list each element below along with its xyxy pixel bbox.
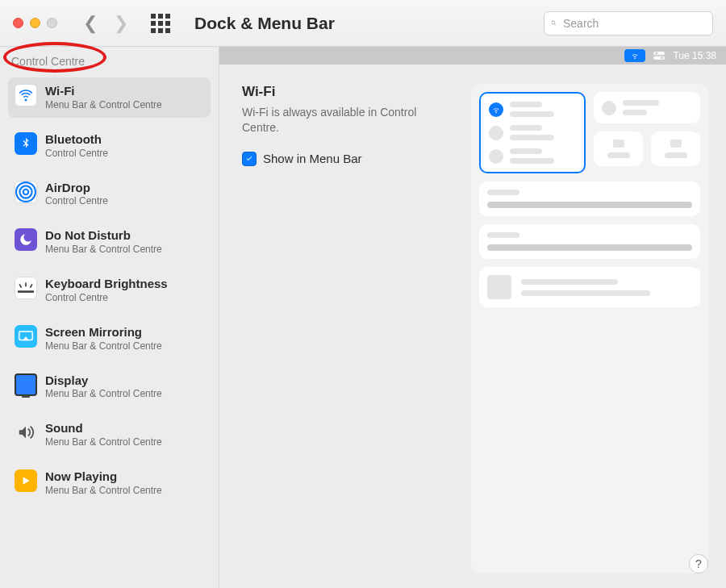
sidebar-item-sublabel: Control Centre: [45, 292, 168, 304]
sidebar-item-sublabel: Control Centre: [45, 148, 108, 160]
svg-point-13: [661, 56, 663, 59]
menubar-control-centre-icon: [653, 50, 665, 61]
preview-card-slider2: [479, 224, 700, 259]
sound-icon: [15, 421, 37, 444]
show-all-prefs-button[interactable]: [151, 14, 170, 33]
svg-rect-11: [653, 56, 665, 60]
detail-description: Wi-Fi is always available in Control Cen…: [242, 105, 452, 136]
sidebar-item-dnd[interactable]: Do Not Disturb Menu Bar & Control Centre: [8, 222, 211, 262]
svg-rect-6: [30, 284, 33, 288]
sidebar-section-title: Control Centre: [11, 55, 85, 68]
menubar-preview: Tue 15:38: [219, 47, 726, 65]
sidebar-item-wifi[interactable]: Wi-Fi Menu Bar & Control Centre: [8, 77, 211, 118]
detail-heading: Wi-Fi: [242, 84, 471, 100]
sidebar-item-sublabel: Control Centre: [45, 195, 108, 207]
window-title: Dock & Menu Bar: [194, 14, 335, 33]
close-window-button[interactable]: [13, 18, 23, 28]
wifi-icon: [15, 84, 37, 106]
svg-rect-10: [653, 52, 665, 55]
show-in-menubar-row[interactable]: Show in Menu Bar: [242, 152, 471, 166]
sidebar-item-label: AirDrop: [45, 181, 108, 196]
keyboard-brightness-icon: [15, 277, 37, 299]
sidebar-item-label: Sound: [45, 421, 162, 436]
airdrop-icon: [15, 181, 37, 203]
sidebar-item-sublabel: Menu Bar & Control Centre: [45, 436, 162, 448]
control-centre-preview: [471, 84, 708, 573]
detail-area: Wi-Fi Wi-Fi is always available in Contr…: [242, 84, 471, 573]
sidebar-item-sublabel: Menu Bar & Control Centre: [45, 244, 162, 256]
checkbox-label: Show in Menu Bar: [263, 152, 362, 165]
checkbox-icon[interactable]: [242, 152, 257, 166]
search-icon: [551, 17, 557, 29]
preview-card-media: [479, 267, 700, 307]
sidebar-item-sublabel: Menu Bar & Control Centre: [45, 99, 162, 111]
back-button[interactable]: ❮: [83, 15, 98, 32]
sidebar-item-screen-mirroring[interactable]: Screen Mirroring Menu Bar & Control Cent…: [8, 319, 211, 359]
sidebar-item-sound[interactable]: Sound Menu Bar & Control Centre: [8, 415, 211, 455]
sidebar: Control Centre Wi-Fi Menu Bar & Control …: [0, 47, 219, 588]
svg-point-1: [19, 186, 31, 198]
menubar-wifi-pill: [624, 49, 645, 62]
sidebar-item-label: Screen Mirroring: [45, 325, 162, 340]
search-field[interactable]: [544, 11, 713, 35]
preview-card-connectivity: [479, 92, 586, 173]
bluetooth-icon: [15, 132, 37, 155]
main-panel: Tue 15:38 Wi-Fi Wi-Fi is always availabl…: [219, 47, 726, 588]
zoom-window-button[interactable]: [47, 18, 57, 28]
menubar-clock: Tue 15:38: [673, 50, 716, 61]
sidebar-item-label: Wi-Fi: [45, 84, 162, 99]
sidebar-item-sublabel: Menu Bar & Control Centre: [45, 485, 162, 497]
svg-point-12: [655, 52, 657, 55]
sidebar-scroll[interactable]: Wi-Fi Menu Bar & Control Centre Bluetoot…: [0, 73, 219, 588]
sidebar-section-header: Control Centre: [0, 47, 219, 73]
traffic-lights: [13, 18, 57, 28]
search-input[interactable]: [561, 16, 706, 31]
display-icon: [15, 373, 37, 396]
minimize-window-button[interactable]: [30, 18, 40, 28]
sidebar-item-label: Display: [45, 373, 162, 389]
sidebar-item-bluetooth[interactable]: Bluetooth Control Centre: [8, 126, 211, 166]
svg-rect-5: [19, 284, 22, 288]
sidebar-item-keyboard-brightness[interactable]: Keyboard Brightness Control Centre: [8, 270, 211, 311]
svg-marker-9: [23, 477, 30, 484]
svg-marker-8: [23, 336, 29, 340]
sidebar-item-label: Now Playing: [45, 469, 162, 485]
moon-icon: [15, 228, 37, 251]
window-toolbar: ❮ ❯ Dock & Menu Bar: [0, 0, 726, 47]
sidebar-item-sublabel: Menu Bar & Control Centre: [45, 340, 162, 352]
screen-mirroring-icon: [15, 325, 37, 348]
sidebar-item-now-playing[interactable]: Now Playing Menu Bar & Control Centre: [8, 463, 211, 503]
help-button[interactable]: ?: [689, 554, 708, 573]
sidebar-item-display[interactable]: Display Menu Bar & Control Centre: [8, 367, 211, 407]
sidebar-item-sublabel: Menu Bar & Control Centre: [45, 388, 162, 400]
sidebar-item-label: Bluetooth: [45, 132, 108, 148]
sidebar-item-label: Do Not Disturb: [45, 228, 162, 244]
nav-arrows: ❮ ❯: [83, 15, 128, 32]
preview-card-slider1: [479, 181, 700, 216]
svg-rect-3: [18, 290, 34, 293]
sidebar-item-label: Keyboard Brightness: [45, 277, 168, 292]
svg-rect-4: [25, 282, 27, 286]
svg-point-0: [23, 189, 29, 194]
help-label: ?: [695, 557, 702, 570]
sidebar-item-airdrop[interactable]: AirDrop Control Centre: [8, 174, 211, 215]
now-playing-icon: [15, 469, 37, 492]
forward-button[interactable]: ❯: [114, 15, 128, 32]
